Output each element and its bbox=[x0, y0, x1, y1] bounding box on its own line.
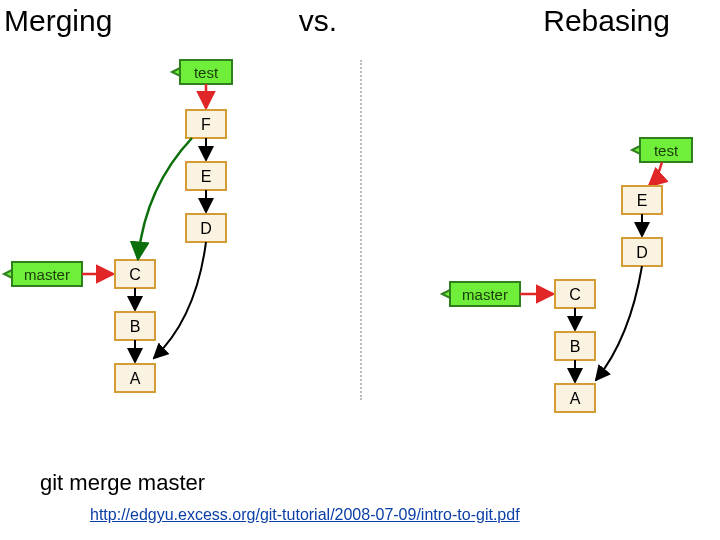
svg-marker-1 bbox=[172, 68, 180, 76]
branch-test: test bbox=[172, 60, 232, 84]
svg-marker-9 bbox=[4, 270, 12, 278]
commit-e: E bbox=[622, 186, 662, 214]
svg-text:F: F bbox=[201, 116, 211, 133]
svg-marker-17 bbox=[632, 146, 640, 154]
commit-a: A bbox=[555, 384, 595, 412]
merging-diagram: test F E D master C B bbox=[0, 38, 320, 448]
svg-text:E: E bbox=[201, 168, 212, 185]
commit-c: C bbox=[115, 260, 155, 288]
rebasing-diagram: test E D master C B A bbox=[400, 38, 720, 448]
git-command: git merge master bbox=[40, 470, 205, 496]
branch-master-label: master bbox=[24, 266, 70, 283]
arrow-d-to-a bbox=[596, 266, 642, 380]
svg-text:D: D bbox=[200, 220, 212, 237]
commit-d: D bbox=[186, 214, 226, 242]
branch-test-label: test bbox=[654, 142, 679, 159]
arrow-d-to-a bbox=[154, 242, 206, 358]
branch-test: test bbox=[632, 138, 692, 162]
svg-text:E: E bbox=[637, 192, 648, 209]
branch-test-label: test bbox=[194, 64, 219, 81]
diagram-area: test F E D master C B bbox=[0, 38, 720, 428]
source-link[interactable]: http://edgyu.excess.org/git-tutorial/200… bbox=[90, 506, 520, 524]
commit-f: F bbox=[186, 110, 226, 138]
svg-text:B: B bbox=[130, 318, 141, 335]
svg-text:A: A bbox=[130, 370, 141, 387]
svg-text:C: C bbox=[129, 266, 141, 283]
svg-text:C: C bbox=[569, 286, 581, 303]
arrow-test-to-e bbox=[649, 162, 662, 186]
commit-b: B bbox=[555, 332, 595, 360]
branch-master-label: master bbox=[462, 286, 508, 303]
svg-text:D: D bbox=[636, 244, 648, 261]
commit-b: B bbox=[115, 312, 155, 340]
header-row: Merging vs. Rebasing bbox=[0, 0, 720, 38]
title-merging: Merging bbox=[4, 4, 112, 38]
commit-a: A bbox=[115, 364, 155, 392]
commit-d: D bbox=[622, 238, 662, 266]
title-vs: vs. bbox=[299, 4, 337, 38]
commit-c: C bbox=[555, 280, 595, 308]
svg-text:B: B bbox=[570, 338, 581, 355]
commit-e: E bbox=[186, 162, 226, 190]
arrow-merge-f-to-c bbox=[138, 138, 192, 259]
branch-master: master bbox=[4, 262, 82, 286]
title-rebasing: Rebasing bbox=[543, 4, 670, 38]
svg-text:A: A bbox=[570, 390, 581, 407]
branch-master: master bbox=[442, 282, 520, 306]
svg-marker-23 bbox=[442, 290, 450, 298]
